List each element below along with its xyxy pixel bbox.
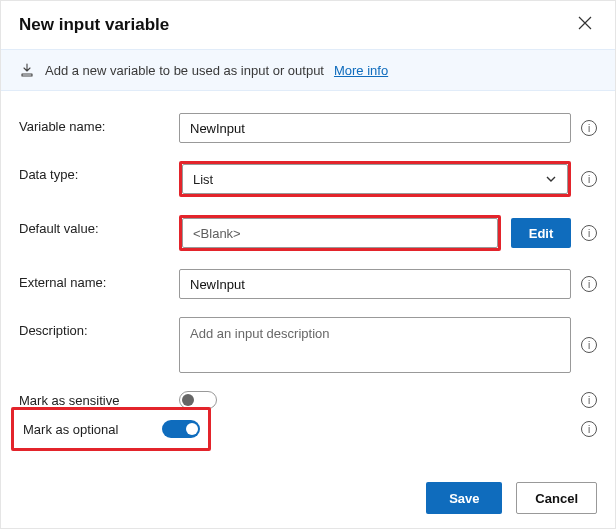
dialog-header: New input variable: [1, 1, 615, 49]
default-value-field[interactable]: <Blank>: [182, 218, 498, 248]
cancel-button[interactable]: Cancel: [516, 482, 597, 514]
row-description: Description: Add an input description i: [19, 317, 597, 373]
chevron-down-icon: [545, 173, 557, 185]
info-bar: Add a new variable to be used as input o…: [1, 49, 615, 91]
row-default-value: Default value: <Blank> Edit i: [19, 215, 597, 251]
label-description: Description:: [19, 317, 179, 338]
row-variable-name: Variable name: i: [19, 113, 597, 143]
label-mark-sensitive: Mark as sensitive: [19, 393, 179, 408]
mark-optional-toggle[interactable]: [162, 420, 200, 438]
row-mark-optional: Mark as optional: [11, 407, 211, 451]
data-type-select[interactable]: List: [182, 164, 568, 194]
info-icon[interactable]: i: [581, 276, 597, 292]
description-input[interactable]: Add an input description: [179, 317, 571, 373]
data-type-value: List: [193, 172, 213, 187]
save-button[interactable]: Save: [426, 482, 502, 514]
info-icon[interactable]: i: [581, 171, 597, 187]
info-icon[interactable]: i: [581, 225, 597, 241]
more-info-link[interactable]: More info: [334, 63, 388, 78]
label-variable-name: Variable name:: [19, 113, 179, 134]
variable-name-input[interactable]: [179, 113, 571, 143]
info-icon[interactable]: i: [581, 421, 597, 437]
new-input-variable-dialog: New input variable Add a new variable to…: [0, 0, 616, 529]
close-icon[interactable]: [577, 15, 597, 35]
label-external-name: External name:: [19, 269, 179, 290]
info-icon[interactable]: i: [581, 120, 597, 136]
dialog-footer: Save Cancel: [426, 482, 597, 514]
info-icon[interactable]: i: [581, 337, 597, 353]
label-default-value: Default value:: [19, 215, 179, 236]
label-mark-optional: Mark as optional: [23, 422, 118, 437]
external-name-input[interactable]: [179, 269, 571, 299]
default-value-text: <Blank>: [193, 226, 241, 241]
info-icon[interactable]: i: [581, 392, 597, 408]
dialog-title: New input variable: [19, 15, 169, 35]
import-icon: [19, 62, 35, 78]
edit-button[interactable]: Edit: [511, 218, 571, 248]
label-data-type: Data type:: [19, 161, 179, 182]
row-data-type: Data type: List i: [19, 161, 597, 197]
row-external-name: External name: i: [19, 269, 597, 299]
info-bar-text: Add a new variable to be used as input o…: [45, 63, 324, 78]
